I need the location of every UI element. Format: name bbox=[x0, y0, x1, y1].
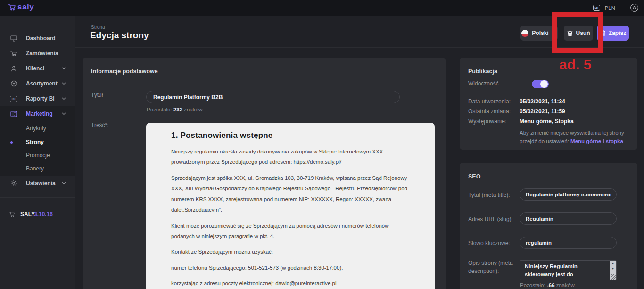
sidebar-item-label: Artykuły bbox=[26, 125, 46, 132]
keyword-label: Słowo kluczowe: bbox=[468, 239, 518, 247]
currency-icon[interactable]: Bi bbox=[593, 5, 600, 11]
sidebar-item-label: Asortyment bbox=[26, 80, 58, 87]
language-select-button[interactable]: Polski bbox=[520, 26, 558, 41]
document-paragraph: Niniejszy regulamin określa zasady dokon… bbox=[171, 146, 408, 168]
currency-label[interactable]: PLN bbox=[605, 5, 615, 11]
gear-icon bbox=[10, 179, 17, 187]
sidebar-item-settings[interactable]: Ustawienia bbox=[0, 176, 75, 190]
scroll-up-icon[interactable]: ▲ bbox=[610, 261, 616, 266]
chevron-down-icon bbox=[62, 82, 66, 85]
occurrence-value: Menu górne, Stopka bbox=[520, 118, 574, 125]
publication-note: Aby zmienić miejsce wyświetlania tej str… bbox=[520, 128, 632, 146]
annotation-label: ad. 5 bbox=[559, 57, 591, 73]
textarea-scrollbar[interactable]: ▲ ▼ bbox=[610, 261, 616, 280]
slug-label: Adres URL (slug): bbox=[468, 215, 518, 223]
meta-title-input[interactable] bbox=[520, 188, 617, 201]
sidebar-item-reports-bi[interactable]: BI Raporty BI bbox=[0, 92, 75, 106]
document-paragraph: Sprzedającym jest spółka XXX, ul. Gromad… bbox=[171, 173, 408, 215]
document-paragraph: korzystając z adresu poczty elektroniczn… bbox=[171, 278, 408, 289]
section-title: Informacje podstawowe bbox=[91, 68, 158, 75]
active-dot bbox=[10, 141, 13, 144]
person-icon bbox=[10, 65, 17, 72]
delete-button[interactable]: Usuń bbox=[564, 26, 593, 41]
visibility-label: Widoczność bbox=[468, 80, 499, 87]
resize-grip-icon[interactable] bbox=[611, 274, 616, 280]
document-heading: 1. Postanowienia wstępne bbox=[171, 131, 408, 140]
save-label: Zapisz bbox=[609, 30, 626, 36]
modified-label: Ostatnia zmiana: bbox=[468, 108, 511, 115]
sidebar-item-label: Promocje bbox=[26, 152, 50, 159]
header-divider bbox=[75, 47, 644, 48]
basic-info-panel: Informacje podstawowe Tytuł Pozostało: 2… bbox=[83, 58, 446, 289]
meta-title-label: Tytuł (meta title): bbox=[468, 191, 518, 199]
cube-icon bbox=[10, 80, 17, 87]
chevron-down-icon bbox=[62, 67, 66, 70]
keyword-input[interactable] bbox=[520, 237, 617, 249]
sidebar-item-pages[interactable]: Strony bbox=[0, 135, 75, 149]
sidebar-item-label: Dashboard bbox=[26, 35, 56, 42]
sidebar-item-marketing[interactable]: Marketing bbox=[0, 107, 75, 121]
sidebar: Dashboard Zamówienia Klienci Asortyment … bbox=[0, 16, 75, 289]
seo-title: SEO bbox=[468, 173, 480, 180]
chevron-down-icon bbox=[62, 112, 66, 115]
sidebar-item-banners[interactable]: Banery bbox=[0, 162, 75, 176]
board-icon bbox=[10, 110, 17, 118]
sidebar-item-label: Strony bbox=[26, 139, 44, 145]
language-label: Polski bbox=[532, 30, 548, 36]
content-field-label: Treść*: bbox=[91, 122, 109, 128]
sidebar-item-promotions[interactable]: Promocje bbox=[0, 148, 75, 162]
breadcrumb: Strona bbox=[91, 25, 105, 30]
slug-input[interactable] bbox=[520, 212, 617, 225]
chevron-down-icon bbox=[62, 182, 66, 185]
chevron-down-icon bbox=[62, 97, 66, 100]
sidebar-item-label: Zamówienia bbox=[26, 50, 58, 57]
monitor-icon bbox=[10, 34, 17, 42]
page-title: Edycja strony bbox=[90, 30, 149, 41]
title-field-label: Tytuł bbox=[91, 92, 103, 98]
seo-panel: SEO Tytuł (meta title): Adres URL (slug)… bbox=[460, 163, 637, 289]
chevron-down-icon bbox=[553, 32, 557, 34]
version-name: SALY bbox=[20, 211, 35, 218]
toggle-knob bbox=[540, 80, 548, 88]
meta-description-textarea[interactable]: Niniejszy Regulamin skierowany jest do P… bbox=[520, 260, 617, 280]
created-value: 05/02/2021, 11:34 bbox=[520, 98, 565, 105]
visibility-toggle[interactable] bbox=[532, 80, 549, 88]
sidebar-item-articles[interactable]: Artykuły bbox=[0, 121, 75, 136]
menu-settings-link[interactable]: Menu górne i stopka bbox=[570, 138, 623, 144]
meta-description-label: Opis strony (meta description): bbox=[468, 259, 518, 275]
modified-value: 05/02/2021, 11:59 bbox=[520, 108, 565, 115]
publication-panel: Publikacja Widoczność Data utworzenia: 0… bbox=[460, 58, 637, 150]
document-paragraph: numer telefonu Sprzedającego: 501-521-57… bbox=[171, 263, 408, 273]
cart-logo-icon bbox=[8, 4, 16, 11]
chars-remaining: Pozostało: -66 znaków. bbox=[520, 282, 576, 288]
sidebar-item-label: Klienci bbox=[26, 65, 44, 72]
wysiwyg-document[interactable]: 1. Postanowienia wstępne Niniejszy regul… bbox=[146, 123, 435, 289]
poland-flag-icon bbox=[521, 30, 528, 37]
bi-badge-icon: BI bbox=[10, 96, 17, 102]
chars-remaining: Pozostało: 232 znaków. bbox=[147, 107, 204, 112]
occurrence-label: Występowanie: bbox=[468, 118, 506, 125]
sidebar-item-clients[interactable]: Klienci bbox=[0, 61, 75, 76]
cart-icon bbox=[10, 50, 17, 57]
sidebar-item-label: Banery bbox=[26, 165, 44, 172]
document-paragraph: Kontakt ze Sprzedającym można uzyskać: bbox=[171, 246, 408, 257]
sidebar-item-dashboard[interactable]: Dashboard bbox=[0, 31, 75, 45]
app-version: SALY 3.10.16 bbox=[0, 208, 75, 221]
delete-label: Usuń bbox=[576, 30, 590, 36]
sidebar-item-label: Raporty BI bbox=[26, 95, 55, 102]
sidebar-item-assortment[interactable]: Asortyment bbox=[0, 76, 75, 91]
trash-icon bbox=[567, 30, 573, 36]
version-number: 3.10.16 bbox=[34, 211, 53, 218]
sidebar-item-label: Ustawienia bbox=[26, 180, 56, 187]
save-button[interactable]: Zapisz bbox=[597, 26, 629, 41]
title-input[interactable] bbox=[146, 91, 400, 103]
save-floppy-icon bbox=[600, 30, 605, 36]
top-bar: saly Bi PLN bbox=[0, 0, 644, 16]
scroll-down-icon[interactable]: ▼ bbox=[610, 266, 616, 271]
sidebar-item-orders[interactable]: Zamówienia bbox=[0, 46, 75, 60]
account-icon[interactable] bbox=[630, 4, 638, 12]
saly-logo[interactable]: saly bbox=[8, 2, 34, 12]
publication-title: Publikacja bbox=[468, 68, 497, 75]
document-paragraph: Klient może porozumiewać się ze Sprzedaj… bbox=[171, 221, 408, 242]
meta-description-value: Niniejszy Regulamin skierowany jest do P… bbox=[520, 261, 604, 280]
